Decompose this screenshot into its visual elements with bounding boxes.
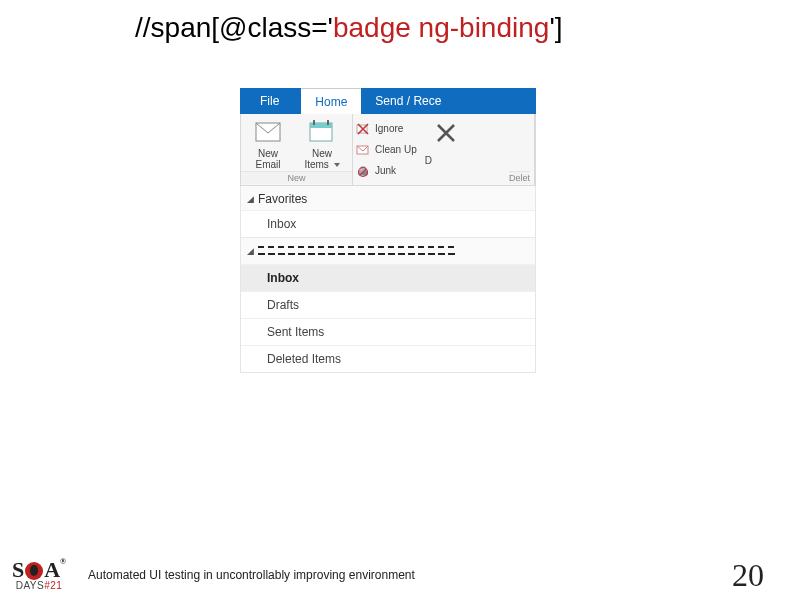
- account-name-redacted: [258, 244, 458, 258]
- nav-item-deleted[interactable]: Deleted Items: [241, 345, 535, 372]
- nav-pane: ◢ Favorites Inbox ◢ Inbox Drafts Sent It…: [240, 186, 536, 373]
- cleanup-icon: [355, 142, 371, 158]
- group-new-label: New: [241, 171, 352, 184]
- title-part3: ']: [549, 12, 562, 43]
- title-part2: badge ng-binding: [333, 12, 549, 43]
- ribbon-group-new: New Email New Items New: [241, 114, 353, 185]
- ribbon-tabs: File Home Send / Rece: [240, 88, 536, 114]
- nav-item-inbox[interactable]: Inbox: [241, 264, 535, 291]
- ignore-icon: [355, 121, 371, 137]
- bug-icon: [25, 562, 43, 580]
- new-email-label: New Email: [255, 148, 280, 170]
- delete-label-trunc: D: [423, 149, 432, 166]
- junk-button[interactable]: Junk: [355, 162, 417, 180]
- degree-icon: ®: [60, 558, 66, 566]
- group-delete-label: Delet: [509, 171, 530, 184]
- junk-label: Junk: [375, 165, 396, 176]
- favorites-label: Favorites: [258, 192, 307, 206]
- nav-item-drafts[interactable]: Drafts: [241, 291, 535, 318]
- footer-caption: Automated UI testing in uncontrollably i…: [88, 568, 415, 582]
- title-part1: //span[@class=': [135, 12, 333, 43]
- logo-s: S: [12, 559, 24, 581]
- nav-account-header[interactable]: ◢: [241, 237, 535, 264]
- svg-rect-4: [327, 120, 329, 125]
- new-items-label: New Items: [304, 148, 339, 170]
- svg-point-9: [360, 166, 366, 172]
- sqa-days-logo: S A ® DAYS#21: [0, 559, 78, 591]
- tab-file[interactable]: File: [240, 88, 301, 114]
- footer: S A ® DAYS#21 Automated UI testing in un…: [0, 555, 794, 595]
- tab-home[interactable]: Home: [301, 88, 361, 114]
- envelope-icon: [254, 118, 282, 146]
- tab-send-receive[interactable]: Send / Rece: [361, 88, 455, 114]
- caret-down-icon: ◢: [247, 194, 254, 204]
- outlook-screenshot: File Home Send / Rece New Email New Item…: [240, 88, 536, 373]
- junk-icon: [355, 163, 371, 179]
- delete-x-icon: [435, 122, 457, 149]
- caret-down-icon: ◢: [247, 246, 254, 256]
- delete-button[interactable]: D: [423, 114, 469, 185]
- page-number: 20: [732, 557, 764, 594]
- cleanup-button[interactable]: Clean Up: [355, 141, 417, 159]
- ignore-button[interactable]: Ignore: [355, 120, 417, 138]
- logo-top: S A ®: [12, 559, 66, 581]
- calendar-items-icon: [308, 118, 336, 146]
- nav-favorites-header[interactable]: ◢ Favorites: [241, 188, 535, 210]
- nav-item-inbox-fav[interactable]: Inbox: [241, 210, 535, 237]
- ribbon-group-delete: Ignore Clean Up Junk: [353, 114, 535, 185]
- slide-title: //span[@class='badge ng-binding']: [135, 12, 563, 44]
- ribbon: New Email New Items New: [240, 114, 536, 186]
- svg-rect-3: [313, 120, 315, 125]
- ignore-label: Ignore: [375, 123, 403, 134]
- logo-bottom: DAYS#21: [16, 581, 63, 591]
- nav-item-sent[interactable]: Sent Items: [241, 318, 535, 345]
- cleanup-label: Clean Up: [375, 144, 417, 155]
- logo-a: A: [44, 559, 60, 581]
